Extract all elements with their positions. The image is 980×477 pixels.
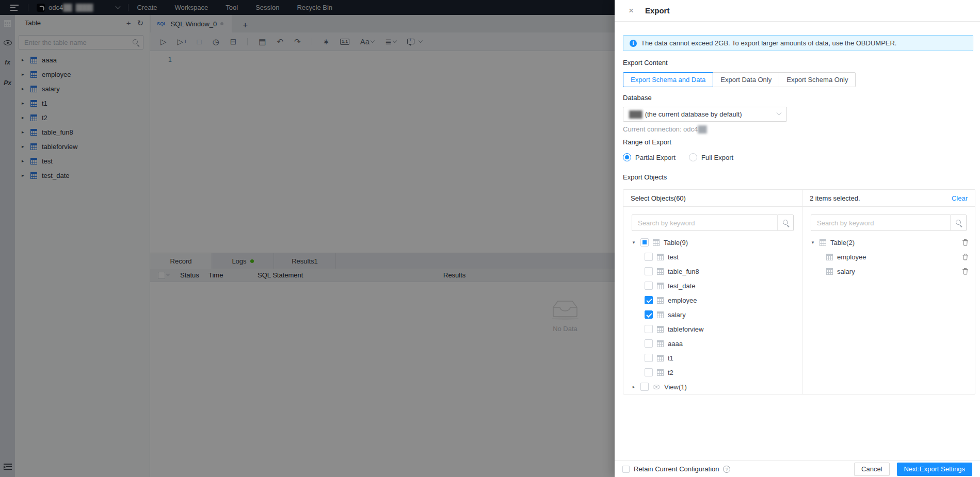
info-circle-icon — [630, 40, 637, 47]
tree-node-table[interactable]: aaaa — [623, 336, 802, 351]
option-export-schema-and-data[interactable]: Export Schema and Data — [623, 72, 713, 87]
table-icon — [657, 369, 664, 376]
export-objects-panel: Select Objects(60) ▾ Table(9) test — [623, 189, 975, 394]
option-export-schema-only[interactable]: Export Schema Only — [779, 72, 856, 87]
tree-node-table[interactable]: tableforview — [623, 322, 802, 336]
tree-node-table[interactable]: salary — [623, 307, 802, 322]
delete-icon[interactable] — [962, 239, 969, 246]
selected-objects: 2 items selected. Clear ▾ Table(2) — [802, 190, 975, 394]
tree-node-view-group[interactable]: ▸ View(1) — [623, 380, 802, 394]
table-icon — [657, 355, 664, 361]
search-button[interactable] — [777, 215, 794, 231]
checkbox-indeterminate[interactable] — [640, 238, 649, 246]
table-icon — [657, 283, 664, 289]
odc-app: odc4 ██ ████ Create Workspace Tool Sessi… — [0, 0, 980, 477]
retain-config-label: Retain Current Configuration — [634, 465, 719, 473]
object-tree: ▾ Table(9) test table_fun8 test_date emp… — [623, 235, 802, 394]
selected-search-input[interactable] — [811, 215, 967, 231]
caret-down-icon[interactable]: ▾ — [631, 240, 636, 245]
table-icon — [653, 239, 660, 246]
checkbox[interactable] — [640, 383, 649, 391]
search-button[interactable] — [950, 215, 967, 231]
select-objects-title: Select Objects(60) — [631, 194, 686, 202]
question-circle-icon[interactable] — [723, 466, 730, 473]
chevron-down-icon — [777, 110, 782, 116]
search-icon — [955, 219, 962, 226]
checkbox[interactable] — [645, 368, 653, 376]
alert-text: The data cannot exceed 2GB. To export la… — [641, 39, 896, 47]
checkbox[interactable] — [645, 354, 653, 362]
close-icon[interactable]: × — [629, 6, 634, 15]
caret-down-icon[interactable]: ▾ — [810, 240, 815, 245]
delete-icon[interactable] — [962, 268, 969, 275]
export-objects-label: Export Objects — [623, 173, 667, 181]
tree-node-table-group[interactable]: ▾ Table(9) — [623, 235, 802, 250]
selected-tree: ▾ Table(2) employee salary — [802, 235, 975, 278]
table-icon — [657, 326, 664, 333]
tree-node-table[interactable]: test — [623, 250, 802, 264]
table-icon — [826, 254, 833, 260]
export-drawer: × Export The data cannot exceed 2GB. To … — [615, 0, 980, 477]
checkbox[interactable] — [645, 339, 653, 348]
table-icon — [826, 268, 833, 275]
export-content-label: Export Content — [623, 59, 668, 67]
table-icon — [657, 311, 664, 318]
radio-icon — [689, 153, 697, 161]
checkbox[interactable] — [645, 282, 653, 290]
selected-count-text: 2 items selected. — [810, 194, 860, 202]
cancel-button[interactable]: Cancel — [854, 463, 889, 476]
view-icon — [653, 385, 660, 389]
checkbox-checked[interactable] — [645, 296, 653, 304]
table-icon — [657, 297, 664, 304]
radio-full-export[interactable]: Full Export — [689, 153, 733, 161]
object-search-input[interactable] — [632, 215, 794, 231]
database-label: Database — [623, 94, 652, 102]
selected-node-table[interactable]: employee — [802, 250, 975, 264]
search-icon — [782, 219, 790, 226]
range-radio-group: Partial Export Full Export — [623, 153, 733, 161]
checkbox-checked[interactable] — [645, 310, 653, 319]
export-content-group: Export Schema and Data Export Data Only … — [623, 72, 856, 87]
retain-config-checkbox[interactable] — [622, 466, 630, 473]
tree-node-table[interactable]: t1 — [623, 351, 802, 365]
selected-node-table-group[interactable]: ▾ Table(2) — [802, 235, 975, 250]
caret-right-icon[interactable]: ▸ — [631, 384, 636, 389]
drawer-footer: Retain Current Configuration Cancel Next… — [615, 460, 980, 477]
database-select[interactable]: ███ (the current database by default) — [623, 107, 787, 122]
clear-link[interactable]: Clear — [952, 194, 968, 202]
next-export-settings-button[interactable]: Next:Export Settings — [897, 463, 973, 476]
tree-node-table[interactable]: employee — [623, 293, 802, 307]
current-connection-text: Current connection: odc4██ — [623, 125, 706, 133]
drawer-title: Export — [645, 6, 670, 15]
tree-node-table[interactable]: test_date — [623, 278, 802, 293]
checkbox[interactable] — [645, 325, 653, 333]
info-alert: The data cannot exceed 2GB. To export la… — [623, 35, 973, 51]
delete-icon[interactable] — [962, 253, 969, 260]
tree-node-table[interactable]: table_fun8 — [623, 264, 802, 278]
table-icon — [657, 340, 664, 347]
option-export-data-only[interactable]: Export Data Only — [713, 72, 779, 87]
table-icon — [820, 239, 826, 246]
radio-icon — [623, 153, 631, 161]
checkbox[interactable] — [645, 253, 653, 261]
drawer-body: The data cannot exceed 2GB. To export la… — [615, 22, 980, 460]
table-icon — [657, 268, 664, 275]
range-of-export-label: Range of Export — [623, 138, 671, 146]
selected-node-table[interactable]: salary — [802, 264, 975, 278]
radio-partial-export[interactable]: Partial Export — [623, 153, 676, 161]
tree-node-table[interactable]: t2 — [623, 365, 802, 380]
drawer-header: × Export — [615, 0, 980, 22]
object-selector: Select Objects(60) ▾ Table(9) test — [623, 190, 802, 394]
checkbox[interactable] — [645, 267, 653, 275]
table-icon — [657, 254, 664, 260]
